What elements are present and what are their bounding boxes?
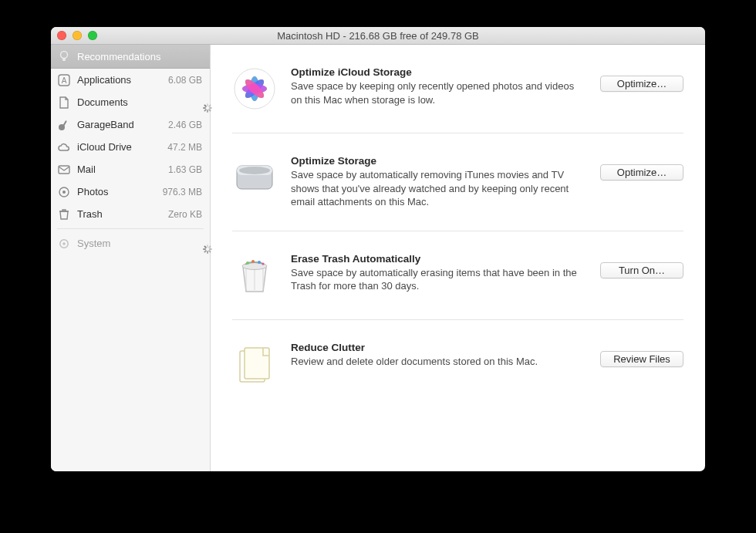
section-description: Save space by automatically erasing item… — [291, 266, 586, 293]
section-title: Reduce Clutter — [291, 342, 586, 353]
sidebar-item-photos[interactable]: Photos976.3 MB — [51, 180, 210, 203]
lightbulb-icon — [57, 49, 71, 63]
gear-icon — [57, 237, 71, 251]
photos-icon — [57, 185, 71, 199]
section-action: Review Files — [600, 342, 683, 367]
section-action: Optimize… — [600, 66, 683, 92]
sidebar-item-trash[interactable]: TrashZero KB — [51, 203, 210, 225]
hdd-icon — [232, 155, 277, 200]
storage-management-window: Macintosh HD - 216.68 GB free of 249.78 … — [51, 27, 705, 471]
sidebar-item-size: 47.2 MB — [159, 142, 202, 153]
sidebar-item-size: 2.46 GB — [159, 120, 202, 130]
titlebar[interactable]: Macintosh HD - 216.68 GB free of 249.78 … — [51, 27, 705, 45]
section-description: Save space by keeping only recently open… — [291, 79, 586, 106]
sidebar-item-size: 1.63 GB — [159, 164, 202, 175]
guitar-icon — [57, 118, 71, 132]
section-text: Erase Trash AutomaticallySave space by a… — [291, 253, 586, 293]
section-clutter: Reduce ClutterReview and delete older do… — [232, 320, 683, 417]
sidebar-item-documents[interactable]: Documents — [51, 91, 210, 113]
sidebar-item-garageband[interactable]: GarageBand2.46 GB — [51, 113, 210, 136]
sidebar-item-size: 6.08 GB — [159, 75, 202, 86]
trash-icon — [57, 207, 71, 221]
doc-icon — [57, 96, 71, 110]
trash-auto-button[interactable]: Turn On… — [600, 262, 683, 278]
section-description: Review and delete older documents stored… — [291, 355, 586, 369]
section-text: Optimize iCloud StorageSave space by kee… — [291, 66, 586, 106]
sidebar-header-label: Recommendations — [77, 51, 202, 62]
section-trash-auto: Erase Trash AutomaticallySave space by a… — [232, 231, 683, 320]
folder-docs-icon — [232, 342, 277, 386]
section-icloud: Optimize iCloud StorageSave space by kee… — [232, 45, 683, 133]
svg-rect-1 — [62, 59, 66, 61]
sidebar-item-label: Applications — [77, 74, 153, 86]
section-title: Optimize Storage — [291, 155, 586, 167]
sidebar-item-recommendations[interactable]: Recommendations — [51, 45, 210, 69]
main-content: Optimize iCloud StorageSave space by kee… — [211, 45, 705, 471]
window-body: Recommendations Applications6.08 GBDocum… — [51, 45, 705, 471]
sidebar-item-label: Photos — [77, 186, 153, 197]
clutter-button[interactable]: Review Files — [600, 351, 683, 367]
sidebar-separator — [57, 228, 204, 229]
sidebar-item-label: Documents — [77, 96, 153, 108]
icloud-button[interactable]: Optimize… — [600, 76, 683, 92]
sidebar-item-label: Mail — [77, 164, 153, 175]
svg-point-0 — [61, 52, 68, 59]
sidebar-item-system[interactable]: System — [51, 232, 210, 255]
svg-point-3 — [62, 242, 66, 245]
close-window-button[interactable] — [57, 31, 66, 40]
sidebar-item-label: Trash — [77, 208, 153, 220]
sidebar: Recommendations Applications6.08 GBDocum… — [51, 45, 211, 471]
sidebar-item-size: 976.3 MB — [159, 187, 202, 197]
cloud-icon — [57, 140, 71, 154]
window-title: Macintosh HD - 216.68 GB free of 249.78 … — [277, 30, 479, 42]
mail-icon — [57, 163, 71, 177]
section-text: Optimize StorageSave space by automatica… — [291, 155, 586, 209]
sidebar-item-label: iCloud Drive — [77, 141, 153, 153]
sidebar-item-mail[interactable]: Mail1.63 GB — [51, 158, 210, 180]
section-action: Optimize… — [600, 155, 683, 180]
sidebar-item-size: Zero KB — [159, 209, 202, 220]
photos-app-icon — [232, 66, 277, 111]
zoom-window-button[interactable] — [88, 31, 97, 40]
sidebar-item-applications[interactable]: Applications6.08 GB — [51, 69, 210, 91]
optimize-storage-button[interactable]: Optimize… — [600, 164, 683, 180]
window-controls — [57, 31, 97, 40]
section-text: Reduce ClutterReview and delete older do… — [291, 342, 586, 369]
section-description: Save space by automatically removing iTu… — [291, 168, 586, 209]
sidebar-item-icloud-drive[interactable]: iCloud Drive47.2 MB — [51, 136, 210, 158]
trash-big-icon — [232, 253, 277, 298]
sidebar-item-label: System — [77, 238, 153, 249]
sidebar-item-label: GarageBand — [77, 119, 153, 130]
minimize-window-button[interactable] — [73, 31, 82, 40]
section-optimize-storage: Optimize StorageSave space by automatica… — [232, 133, 683, 231]
section-action: Turn On… — [600, 253, 683, 278]
section-title: Optimize iCloud Storage — [291, 66, 586, 78]
section-title: Erase Trash Automatically — [291, 253, 586, 265]
apps-icon — [57, 73, 71, 87]
